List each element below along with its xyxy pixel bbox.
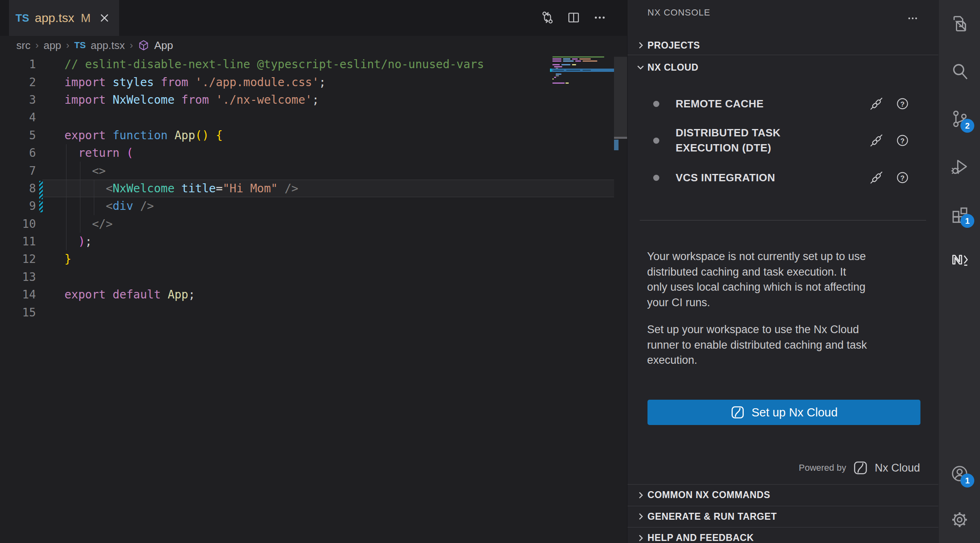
nx-console-icon[interactable] (950, 250, 969, 269)
chevron-right-icon (634, 534, 647, 543)
code-text: <> (64, 164, 106, 178)
code-line-12[interactable]: 12} (0, 250, 627, 268)
tab-close-icon[interactable] (100, 13, 109, 23)
connect-plug-icon[interactable] (869, 133, 884, 148)
breadcrumb-separator: › (35, 40, 39, 51)
feature-label: VCS INTEGRATION (676, 170, 775, 185)
breadcrumb-separator: › (130, 40, 133, 51)
setup-instruction-text: Set up your workspace to use the Nx Clou… (647, 322, 929, 368)
split-editor-icon[interactable] (567, 11, 581, 24)
section-label: GENERATE & RUN TARGET (647, 511, 777, 522)
divider (640, 220, 926, 220)
nx-cloud-brand-label[interactable]: Nx Cloud (875, 462, 920, 474)
powered-by-label: Powered by (799, 463, 846, 473)
tab-filename: app.tsx (35, 11, 74, 25)
code-line-3[interactable]: 3import NxWelcome from './nx-welcome'; (0, 91, 627, 109)
source-control-icon[interactable]: 2 (950, 109, 969, 129)
search-icon[interactable] (950, 62, 969, 81)
workspace-status-text: Your workspace is not currently set up t… (647, 249, 929, 310)
open-changes-icon[interactable] (541, 11, 554, 24)
powered-by-row: Powered by Nx Cloud (799, 457, 920, 478)
sidebar-collapsed-section[interactable]: COMMON NX COMMANDS (627, 484, 938, 506)
nx-cloud-logo-icon (853, 460, 868, 476)
activity-bar: 2 1 1 (938, 0, 980, 543)
setup-nx-cloud-button[interactable]: Set up Nx Cloud (647, 400, 920, 425)
git-modified-gutter-stripe (39, 181, 43, 199)
code-text: return ( (64, 146, 133, 160)
code-line-14[interactable]: 14export default App; (0, 286, 627, 303)
code-text: } (64, 252, 71, 266)
code-line-7[interactable]: 7 <> (0, 162, 627, 179)
status-dot-icon (653, 138, 659, 144)
breadcrumb: src › app › TS app.tsx › App (16, 36, 173, 55)
line-number: 13 (0, 270, 36, 284)
connect-plug-icon[interactable] (869, 170, 884, 185)
code-area[interactable]: 1// eslint-disable-next-line @typescript… (0, 56, 627, 321)
symbol-cube-icon (138, 40, 149, 51)
section-label: PROJECTS (647, 40, 700, 51)
tab-app-tsx[interactable]: TS app.tsx M (9, 0, 119, 36)
breadcrumb-folder[interactable]: app (44, 39, 61, 52)
run-debug-icon[interactable] (950, 157, 969, 176)
code-line-8[interactable]: 8 <NxWelcome title="Hi Mom" /> (0, 180, 627, 197)
code-line-2[interactable]: 2import styles from './app.module.css'; (0, 73, 627, 91)
code-line-13[interactable]: 13 (0, 268, 627, 286)
code-line-4[interactable]: 4 (0, 109, 627, 126)
feature-label: DISTRIBUTED TASK EXECUTION (DTE) (676, 125, 823, 156)
typescript-file-icon: TS (74, 40, 86, 51)
status-dot-icon (653, 175, 659, 181)
line-number: 11 (0, 235, 36, 248)
line-number: 4 (0, 111, 36, 124)
help-circle-icon[interactable]: ? (895, 170, 910, 185)
line-number: 6 (0, 146, 36, 160)
explorer-icon[interactable] (950, 14, 969, 33)
code-line-9[interactable]: 9 <div /> (0, 197, 627, 215)
code-line-1[interactable]: 1// eslint-disable-next-line @typescript… (0, 56, 627, 73)
section-nx-cloud[interactable]: NX CLOUD (627, 55, 938, 80)
breadcrumb-folder[interactable]: src (16, 39, 31, 52)
editor-toolbar (541, 11, 607, 24)
sidebar-title: NX CONSOLE (647, 7, 710, 18)
line-number: 10 (0, 217, 36, 231)
section-label: NX CLOUD (647, 62, 698, 73)
line-number: 14 (0, 288, 36, 301)
editor-more-actions-icon[interactable] (593, 11, 607, 24)
breadcrumb-file[interactable]: app.tsx (91, 39, 125, 52)
chevron-right-icon (634, 512, 647, 521)
extensions-icon[interactable]: 1 (950, 204, 969, 224)
help-circle-icon[interactable]: ? (895, 133, 910, 148)
tab-bar: TS app.tsx M (0, 0, 627, 36)
nx-cloud-feature-list: REMOTE CACHE ? DISTRIBUTED TASK EXECUTIO… (627, 86, 938, 196)
sidebar-collapsed-section[interactable]: HELP AND FEEDBACK (627, 527, 938, 543)
help-circle-icon[interactable]: ? (895, 96, 910, 111)
breadcrumb-symbol[interactable]: App (154, 39, 173, 52)
sidebar-more-actions-icon[interactable] (907, 12, 919, 26)
code-line-10[interactable]: 10 </> (0, 215, 627, 233)
code-text: export function App() { (64, 129, 223, 142)
code-line-11[interactable]: 11 ); (0, 233, 627, 250)
settings-gear-icon[interactable] (950, 510, 969, 530)
section-projects[interactable]: PROJECTS (627, 36, 938, 55)
svg-text:?: ? (900, 174, 905, 182)
code-text: // eslint-disable-next-line @typescript-… (64, 58, 484, 71)
nx-cloud-feature-row: DISTRIBUTED TASK EXECUTION (DTE) ? (627, 122, 938, 159)
code-text: <div /> (64, 199, 154, 213)
account-badge: 1 (960, 474, 974, 487)
code-line-5[interactable]: 5export function App() { (0, 127, 627, 144)
code-line-6[interactable]: 6 return ( (0, 144, 627, 162)
line-number: 5 (0, 129, 36, 142)
account-icon[interactable]: 1 (950, 464, 969, 483)
line-number: 3 (0, 93, 36, 107)
sidebar-collapsed-section[interactable]: GENERATE & RUN TARGET (627, 506, 938, 527)
line-number: 1 (0, 58, 36, 71)
code-text: ); (64, 235, 92, 248)
line-number: 7 (0, 164, 36, 178)
nx-cloud-feature-row: VCS INTEGRATION ? (627, 159, 938, 196)
tab-modified-badge: M (81, 11, 91, 25)
chevron-right-icon (634, 41, 647, 50)
line-number: 2 (0, 76, 36, 89)
connect-plug-icon[interactable] (869, 96, 884, 111)
code-line-15[interactable]: 15 (0, 303, 627, 321)
status-dot-icon (653, 101, 659, 107)
svg-text:?: ? (900, 100, 905, 108)
